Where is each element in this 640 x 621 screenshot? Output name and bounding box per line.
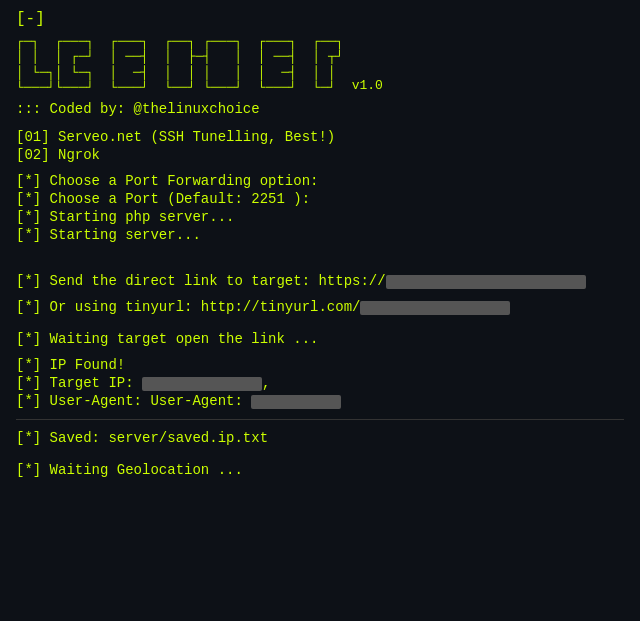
- status-saved: [*] Saved: server/saved.ip.txt: [16, 430, 624, 446]
- status-waiting-geo: [*] Waiting Geolocation ...: [16, 462, 624, 478]
- status-send-link: [*] Send the direct link to target: http…: [16, 273, 624, 289]
- separator: [16, 419, 624, 420]
- menu-item-2: [02] Ngrok: [16, 147, 624, 163]
- status-tinyurl: [*] Or using tinyurl: http://tinyurl.com…: [16, 299, 624, 315]
- status-target-ip: [*] Target IP: ,: [16, 375, 624, 391]
- title-bar: [-]: [16, 10, 624, 28]
- logo-container: ┌─┐ ┌───┐ ┌───┐ ┌──┐ ┌───┐ ┌───┐ ┌──┐ │ …: [16, 34, 624, 95]
- send-link-redacted: [386, 275, 586, 289]
- user-agent-label: [*] User-Agent: User-Agent:: [16, 393, 243, 409]
- window-icon: [-]: [16, 10, 45, 28]
- target-ip-label: [*] Target IP:: [16, 375, 134, 391]
- tinyurl-redacted: [360, 301, 510, 315]
- logo-art: ┌─┐ ┌───┐ ┌───┐ ┌──┐ ┌───┐ ┌───┐ ┌──┐ │ …: [16, 34, 344, 95]
- version-label: v1.0: [352, 78, 383, 95]
- status-choose-forwarding: [*] Choose a Port Forwarding option:: [16, 173, 624, 189]
- user-agent-redacted: [251, 395, 341, 409]
- target-ip-comma: ,: [262, 375, 270, 391]
- divider-line: ::: Coded by: @thelinuxchoice: [16, 101, 624, 117]
- status-waiting-target: [*] Waiting target open the link ...: [16, 331, 624, 347]
- status-user-agent: [*] User-Agent: User-Agent:: [16, 393, 624, 409]
- send-link-text: [*] Send the direct link to target: http…: [16, 273, 386, 289]
- tinyurl-text: [*] Or using tinyurl: http://tinyurl.com…: [16, 299, 360, 315]
- target-ip-redacted: [142, 377, 262, 391]
- menu-item-1: [01] Serveo.net (SSH Tunelling, Best!): [16, 129, 624, 145]
- status-choose-port: [*] Choose a Port (Default: 2251 ):: [16, 191, 624, 207]
- status-starting-php: [*] Starting php server...: [16, 209, 624, 225]
- status-ip-found: [*] IP Found!: [16, 357, 624, 373]
- status-starting-server: [*] Starting server...: [16, 227, 624, 243]
